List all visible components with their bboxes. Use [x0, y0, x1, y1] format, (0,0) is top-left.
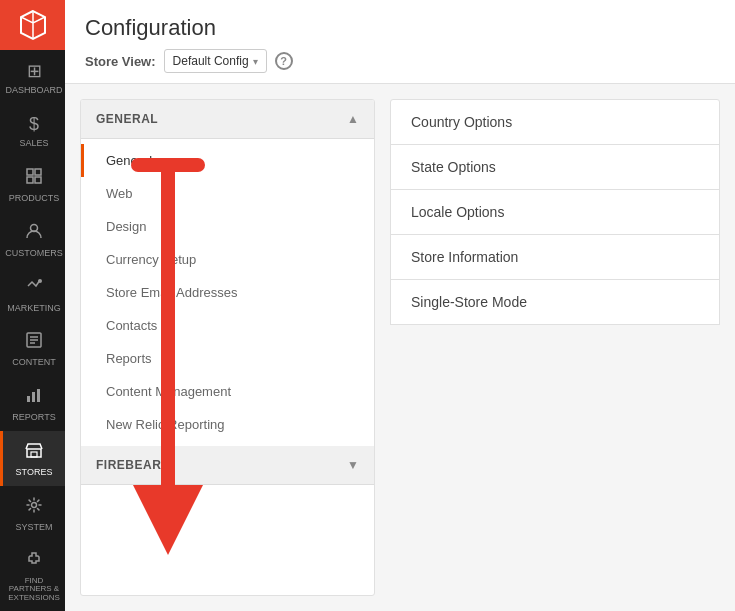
general-section-items: General Web Design Currency Setup Store …	[81, 139, 374, 446]
main-content: Configuration Store View: Default Config…	[65, 0, 735, 611]
svg-rect-13	[27, 449, 41, 457]
svg-rect-0	[27, 169, 33, 175]
page-title: Configuration	[85, 15, 715, 41]
sidebar-item-stores[interactable]: STORES	[0, 431, 65, 486]
store-view-dropdown[interactable]: Default Config ▾	[164, 49, 267, 73]
sidebar-item-customers[interactable]: CUSTOMERS	[0, 212, 65, 267]
general-section-header[interactable]: GENERAL ▲	[81, 100, 374, 139]
help-icon[interactable]: ?	[275, 52, 293, 70]
extensions-label: FIND PARTNERS & EXTENSIONS	[8, 577, 60, 603]
sidebar-item-products[interactable]: PRODUCTS	[0, 157, 65, 212]
nav-item-new-relic-reporting[interactable]: New Relic Reporting	[81, 408, 374, 441]
svg-rect-10	[27, 396, 30, 402]
nav-item-reports[interactable]: Reports	[81, 342, 374, 375]
dashboard-icon: ⊞	[27, 60, 42, 82]
sales-icon: $	[29, 114, 39, 135]
sidebar-item-marketing[interactable]: MARKETING	[0, 267, 65, 322]
content-area: GENERAL ▲ General Web Design Currency Se…	[65, 84, 735, 611]
content-icon	[25, 331, 43, 354]
extensions-icon	[25, 551, 43, 574]
general-section-title: GENERAL	[96, 112, 158, 126]
firebear-section-title: FIREBEAR	[96, 458, 161, 472]
nav-item-web[interactable]: Web	[81, 177, 374, 210]
system-icon	[25, 496, 43, 519]
sidebar-item-extensions[interactable]: FIND PARTNERS & EXTENSIONS	[0, 541, 65, 611]
nav-item-store-email-addresses[interactable]: Store Email Addresses	[81, 276, 374, 309]
sidebar-item-dashboard[interactable]: ⊞ DASHBOARD	[0, 50, 65, 104]
store-view-label: Store View:	[85, 54, 156, 69]
store-view-bar: Store View: Default Config ▾ ?	[85, 49, 715, 73]
chevron-down-icon2: ▼	[347, 458, 359, 472]
option-country-options[interactable]: Country Options	[390, 99, 720, 145]
svg-point-15	[32, 502, 37, 507]
stores-icon	[25, 441, 43, 464]
header: Configuration Store View: Default Config…	[65, 0, 735, 84]
reports-icon	[25, 386, 43, 409]
chevron-down-icon: ▾	[253, 56, 258, 67]
store-view-value: Default Config	[173, 54, 249, 68]
logo	[0, 0, 65, 50]
nav-item-contacts[interactable]: Contacts	[81, 309, 374, 342]
chevron-up-icon: ▲	[347, 112, 359, 126]
svg-point-5	[38, 279, 42, 283]
option-single-store-mode[interactable]: Single-Store Mode	[390, 279, 720, 325]
products-icon	[25, 167, 43, 190]
nav-item-currency-setup[interactable]: Currency Setup	[81, 243, 374, 276]
sidebar: ⊞ DASHBOARD $ SALES PRODUCTS CUSTOMERS	[0, 0, 65, 611]
sidebar-item-content[interactable]: CONTENT	[0, 321, 65, 376]
firebear-section-header[interactable]: FIREBEAR ▼	[81, 446, 374, 485]
svg-rect-2	[27, 177, 33, 183]
svg-rect-1	[35, 169, 41, 175]
nav-item-design[interactable]: Design	[81, 210, 374, 243]
option-store-information[interactable]: Store Information	[390, 234, 720, 280]
svg-rect-11	[32, 392, 35, 402]
nav-item-content-management[interactable]: Content Management	[81, 375, 374, 408]
sidebar-item-sales[interactable]: $ SALES	[0, 104, 65, 157]
customers-icon	[25, 222, 43, 245]
nav-item-general[interactable]: General	[81, 144, 374, 177]
sidebar-item-system[interactable]: SYSTEM	[0, 486, 65, 541]
sidebar-item-reports[interactable]: REPORTS	[0, 376, 65, 431]
option-locale-options[interactable]: Locale Options	[390, 189, 720, 235]
svg-rect-12	[37, 389, 40, 402]
svg-rect-3	[35, 177, 41, 183]
marketing-icon	[25, 277, 43, 300]
left-panel: GENERAL ▲ General Web Design Currency Se…	[80, 99, 375, 596]
right-panel: Country Options State Options Locale Opt…	[390, 99, 720, 596]
option-state-options[interactable]: State Options	[390, 144, 720, 190]
